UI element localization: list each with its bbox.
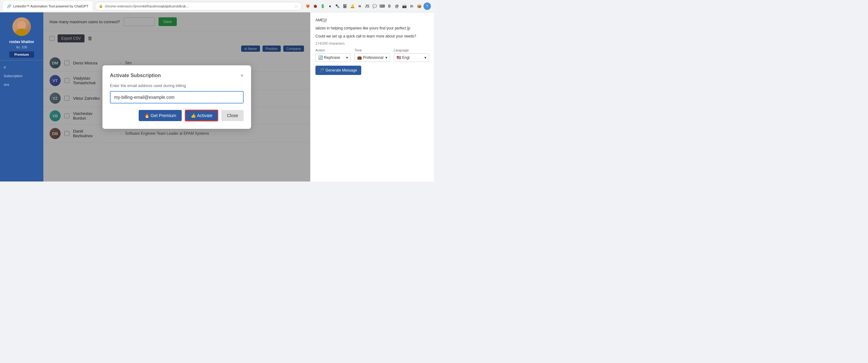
sidebar-item-subscription[interactable]: Subscription [0,71,43,80]
ext-icon-7[interactable]: 🔔 [349,3,355,9]
ext-icon-16[interactable]: 📦 [416,3,422,9]
ext-icon-1[interactable]: 🦊 [305,3,311,9]
ext-icon-6[interactable]: 📓 [342,3,348,9]
tone-select[interactable]: 💼 Professional ▾ [354,53,390,62]
ext-icon-8[interactable]: ≋ [356,3,363,9]
language-label: Language [394,48,429,52]
browser-tab[interactable]: 🔗 LinkedIn™ Automation Tool powered by C… [3,1,92,11]
ext-icon-14[interactable]: 📸 [401,3,407,9]
chevron-down-icon-lang: ▾ [425,55,426,60]
ext-icon-4[interactable]: ♦ [327,3,333,9]
ext-icon-11[interactable]: ⌨ [379,3,385,9]
ext-icon-2[interactable]: 🐞 [312,3,318,9]
sidebar-credits: its: 100 [0,44,43,50]
ext-icon-13[interactable]: @ [394,3,400,9]
sidebar-item-d[interactable]: d [0,63,43,71]
right-panel: AME}}! ializes in helping companies like… [310,12,434,181]
close-button[interactable]: Close [221,110,244,121]
sidebar-username: roslav khailov [0,38,43,44]
sidebar-item-ons[interactable]: ons [0,80,43,89]
action-tone-row: Action 🔄 Rephrase ▾ Tone 💼 Professional … [315,48,429,62]
language-select[interactable]: 🇺🇸 Engl ▾ [394,53,429,62]
action-label: Action [315,48,351,52]
modal-dialog: Activate Subscription × Enter the email … [102,65,251,129]
generate-message-button[interactable]: 🪄 Generate Message [315,66,361,75]
chevron-down-icon: ▾ [346,55,348,60]
language-group: Language 🇺🇸 Engl ▾ [394,48,429,62]
lock-icon: 🔒 [99,4,103,8]
ext-icon-9[interactable]: JS [364,3,370,9]
ext-icon-15[interactable]: in [409,3,415,9]
get-premium-button[interactable]: 🔥 Get Premium [139,110,182,121]
sidebar-divider [0,60,43,60]
tab-favicon: 🔗 [7,4,11,8]
char-count: 174/200 characters [315,41,429,45]
star-icon[interactable]: ☆ [294,4,298,9]
content-area: How many maximum users to connect? Save … [43,12,310,181]
activate-button[interactable]: 👍 Activate [185,110,218,121]
modal-overlay[interactable]: Activate Subscription × Enter the email … [43,12,310,181]
main-layout: roslav khailov its: 100 Premium d Subscr… [0,12,434,181]
sidebar: roslav khailov its: 100 Premium d Subscr… [0,12,43,181]
right-panel-text1: AME}}! [315,17,429,23]
address-text: chrome-extension://jmnmkkfhaodmioajbijij… [105,4,189,8]
tone-label: Tone [354,48,390,52]
billing-email-input[interactable] [110,91,244,103]
modal-instruction: Enter the email address used during bill… [110,83,244,88]
ext-icon-12[interactable]: B [386,3,393,9]
extensions-area: 🦊 🐞 💲 ♦ ✒️ 📓 🔔 ≋ JS 💬 ⌨ B @ 📸 in 📦 Y [305,2,431,10]
address-bar[interactable]: 🔒 chrome-extension://jmnmkkfhaodmioajbij… [95,2,302,10]
sidebar-avatar [12,17,31,36]
ext-icon-3[interactable]: 💲 [319,3,326,9]
user-avatar[interactable]: Y [424,2,431,10]
modal-buttons: 🔥 Get Premium 👍 Activate Close [110,110,244,121]
ext-icon-10[interactable]: 💬 [371,3,378,9]
tab-label: LinkedIn™ Automation Tool powered by Cha… [13,4,89,8]
modal-title: Activate Subscription [110,73,161,78]
modal-close-button[interactable]: × [240,73,244,78]
ext-icon-5[interactable]: ✒️ [334,3,341,9]
modal-header: Activate Subscription × [110,73,244,78]
action-group: Action 🔄 Rephrase ▾ [315,48,351,62]
tone-group: Tone 💼 Professional ▾ [354,48,390,62]
action-select[interactable]: 🔄 Rephrase ▾ [315,53,351,62]
chevron-down-icon-tone: ▾ [385,55,387,60]
sidebar-plan-badge: Premium [9,52,34,58]
browser-bar: 🔗 LinkedIn™ Automation Tool powered by C… [0,0,434,12]
right-panel-text2: ializes in helping companies like yours … [315,25,429,31]
right-panel-text3: Could we set up a quick call to learn mo… [315,33,429,39]
